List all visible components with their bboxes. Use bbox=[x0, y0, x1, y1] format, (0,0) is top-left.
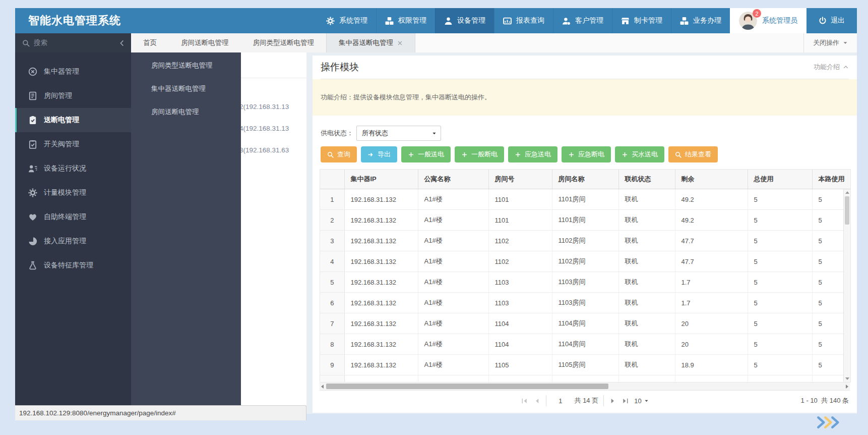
submenu-item[interactable]: 房间类型送断电管理 bbox=[131, 54, 241, 77]
tree-item[interactable]: 3(192.168.31.63 bbox=[239, 139, 289, 161]
table-row[interactable]: 10192.168.31.132A1#楼11051105房间联机18.955 bbox=[320, 375, 850, 383]
cubes-icon bbox=[385, 17, 394, 25]
table-row[interactable]: 9192.168.31.132A1#楼11051105房间联机18.955 bbox=[320, 355, 850, 375]
cell: 联机 bbox=[618, 293, 675, 313]
nav-item[interactable]: 客户管理 bbox=[553, 8, 612, 33]
action-button[interactable]: 查询 bbox=[321, 146, 357, 162]
cell: 联机 bbox=[618, 355, 675, 375]
action-button[interactable]: 一般送电 bbox=[401, 146, 451, 162]
close-actions-menu[interactable]: 关闭操作 bbox=[803, 33, 857, 52]
logout-button[interactable]: 退出 bbox=[807, 8, 857, 33]
vertical-scroll-thumb[interactable] bbox=[845, 196, 849, 225]
intro-toggle[interactable]: 功能介绍 bbox=[814, 63, 849, 72]
search-icon bbox=[675, 151, 681, 158]
cell: 6 bbox=[320, 293, 344, 313]
sidebar-item[interactable]: 自助终端管理 bbox=[15, 205, 131, 229]
sidebar-item[interactable]: 设备特征库管理 bbox=[15, 253, 131, 278]
tree-item[interactable]: 4(192.168.31.13 bbox=[239, 118, 289, 139]
action-button[interactable]: 应急送电 bbox=[508, 146, 557, 162]
submenu-item[interactable]: 房间送断电管理 bbox=[131, 100, 241, 124]
table-row[interactable]: 3192.168.31.132A1#楼11021102房间联机47.755 bbox=[320, 231, 850, 251]
page-last-button[interactable] bbox=[622, 397, 629, 405]
table-row[interactable]: 7192.168.31.132A1#楼11041104房间联机2055 bbox=[320, 313, 850, 334]
table-row[interactable]: 5192.168.31.132A1#楼11031103房间联机1.755 bbox=[320, 272, 850, 293]
page-first-button[interactable] bbox=[521, 397, 528, 405]
nav-item-label: 系统管理 bbox=[339, 16, 367, 25]
page-size-select[interactable]: 10 bbox=[634, 397, 648, 405]
scroll-down-arrow[interactable] bbox=[845, 377, 849, 380]
sidebar-item[interactable]: 设备运行状况 bbox=[15, 156, 131, 181]
action-button[interactable]: 买水送电 bbox=[615, 146, 664, 162]
total-pages-label: 共 14 页 bbox=[575, 396, 599, 405]
cell: 联机 bbox=[618, 334, 675, 355]
nav-item[interactable]: 系统管理 bbox=[318, 8, 376, 33]
tabs: 首页房间送断电管理房间类型送断电管理集中器送断电管理 bbox=[131, 33, 415, 52]
table-row[interactable]: 4192.168.31.132A1#楼11021102房间联机47.755 bbox=[320, 251, 850, 272]
power-status-select[interactable]: 所有状态 bbox=[356, 126, 441, 141]
scroll-up-arrow[interactable] bbox=[845, 191, 849, 194]
cell: 1.7 bbox=[675, 272, 748, 293]
flask-icon bbox=[28, 261, 37, 270]
tab[interactable]: 房间类型送断电管理 bbox=[241, 33, 327, 52]
action-button[interactable]: 结果查看 bbox=[668, 146, 718, 162]
sidebar-item[interactable]: 房间管理 bbox=[15, 84, 131, 108]
scroll-left-arrow[interactable] bbox=[321, 385, 324, 389]
cell: 5 bbox=[748, 251, 812, 272]
nav-item[interactable]: 报表查询 bbox=[494, 8, 553, 33]
search-icon bbox=[22, 39, 30, 47]
sidebar-item[interactable]: 集中器管理 bbox=[15, 60, 131, 84]
cell: 1103 bbox=[488, 272, 552, 293]
sidebar-item-label: 接入应用管理 bbox=[44, 237, 86, 246]
nav-item[interactable]: 设备管理 bbox=[435, 8, 494, 33]
scroll-right-arrow[interactable] bbox=[846, 385, 848, 389]
user-section[interactable]: 2 系统管理员 bbox=[730, 8, 807, 33]
horizontal-scrollbar[interactable] bbox=[320, 383, 850, 390]
table-row[interactable]: 8192.168.31.132A1#楼11041104房间联机2055 bbox=[320, 334, 850, 355]
close-icon[interactable] bbox=[397, 40, 403, 46]
cell: 20 bbox=[675, 334, 748, 355]
cell: A1#楼 bbox=[418, 231, 488, 251]
table-row[interactable]: 1192.168.31.132A1#楼11011101房间联机49.255 bbox=[320, 189, 850, 210]
tab[interactable]: 集中器送断电管理 bbox=[326, 33, 415, 52]
cell: 192.168.31.132 bbox=[344, 313, 418, 334]
search-input[interactable]: 搜索 bbox=[15, 33, 131, 52]
range-label: 1 - 10 bbox=[801, 397, 818, 404]
action-button[interactable]: 一般断电 bbox=[455, 146, 504, 162]
table-row[interactable]: 2192.168.31.132A1#楼11011101房间联机49.255 bbox=[320, 210, 850, 231]
table-row[interactable]: 6192.168.31.132A1#楼11031103房间联机1.755 bbox=[320, 293, 850, 313]
tab[interactable]: 首页 bbox=[131, 33, 169, 52]
action-button[interactable]: 应急断电 bbox=[562, 146, 611, 162]
sidebar-item[interactable]: 接入应用管理 bbox=[15, 229, 131, 253]
sidebar-item[interactable]: 开关阀管理 bbox=[15, 132, 131, 156]
device-user-icon bbox=[444, 17, 453, 25]
filter-label: 供电状态： bbox=[321, 129, 353, 138]
cell: A1#楼 bbox=[418, 272, 488, 293]
clipboard-check-icon bbox=[28, 140, 37, 149]
horizontal-scroll-thumb[interactable] bbox=[326, 384, 608, 389]
sidebar-item[interactable]: 计量模块管理 bbox=[15, 181, 131, 205]
vertical-scrollbar[interactable] bbox=[843, 189, 850, 382]
sidebar-collapse-button[interactable] bbox=[118, 39, 126, 47]
cell: 5 bbox=[748, 210, 812, 231]
nav-item-label: 制卡管理 bbox=[634, 16, 662, 25]
expand-button[interactable] bbox=[821, 416, 842, 429]
cell: 192.168.31.132 bbox=[344, 293, 418, 313]
nav-item[interactable]: 权限管理 bbox=[376, 8, 435, 33]
sidebar-item[interactable]: 送断电管理 bbox=[15, 108, 131, 132]
cell: A1#楼 bbox=[418, 189, 488, 210]
cell: 5 bbox=[748, 272, 812, 293]
page-prev-button[interactable] bbox=[533, 397, 541, 405]
tab[interactable]: 房间送断电管理 bbox=[169, 33, 241, 52]
nav-item[interactable]: 业务办理 bbox=[671, 8, 730, 33]
cell: 5 bbox=[748, 293, 812, 313]
intro-toggle-label: 功能介绍 bbox=[814, 63, 840, 72]
cell: 5 bbox=[748, 334, 812, 355]
action-button-label: 结果查看 bbox=[685, 150, 711, 159]
nav-item[interactable]: 制卡管理 bbox=[612, 8, 671, 33]
column-header: 总使用 bbox=[748, 170, 812, 189]
submenu-item[interactable]: 集中器送断电管理 bbox=[131, 77, 241, 100]
action-button[interactable]: 导出 bbox=[361, 146, 397, 162]
page-next-button[interactable] bbox=[609, 397, 616, 405]
tree-item[interactable]: 2(192.168.31.13 bbox=[239, 96, 289, 118]
tab-label: 房间送断电管理 bbox=[181, 38, 229, 47]
